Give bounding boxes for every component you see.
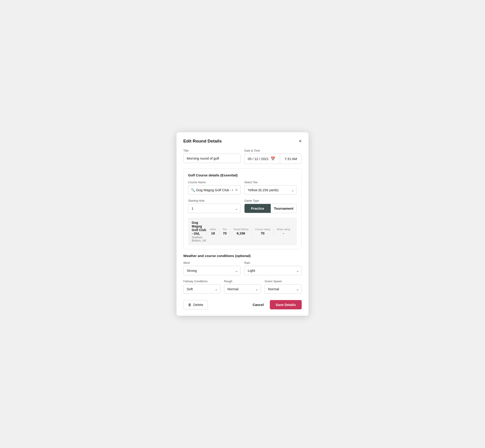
select-tee-wrapper: Yellow (6,156 yards) White Red Blue ⌄ — [244, 185, 297, 195]
course-stats: Holes 18 Par 70 Yards(Yellow) 6,156 Cour… — [206, 228, 293, 235]
title-group: Title — [183, 149, 241, 164]
wind-wrapper: NoneLightModerateStrong ⌄ — [183, 266, 241, 275]
fairway-wrapper: SoftNormalFirm ⌄ — [183, 284, 220, 294]
date-value: 05 / 12 / 2021 — [248, 157, 269, 161]
golf-course-title: Golf Course details (Essential) — [188, 173, 297, 177]
yards-stat: Yards(Yellow) 6,156 — [230, 228, 252, 235]
practice-toggle-btn[interactable]: Practice — [244, 204, 271, 213]
game-type-group: Game Type Practice Tournament — [244, 199, 297, 213]
footer-row: 🗑 Delete Cancel Save Details — [183, 299, 302, 309]
par-label: Par — [223, 228, 226, 231]
title-datetime-row: Title Date & Time 05 / 12 / 2021 📅 7:31 … — [183, 149, 302, 164]
rough-label: Rough — [224, 280, 261, 283]
weather-section: Weather and course conditions (optional)… — [183, 254, 302, 294]
select-tee-dropdown[interactable]: Yellow (6,156 yards) White Red Blue — [244, 185, 297, 195]
trash-icon: 🗑 — [188, 303, 192, 307]
datetime-group: Date & Time 05 / 12 / 2021 📅 7:31 AM — [244, 149, 302, 164]
date-time-row: 05 / 12 / 2021 📅 7:31 AM — [244, 154, 302, 164]
starting-hole-group: Starting Hole 1234 5678 910 ⌄ — [188, 199, 241, 213]
modal-header: Edit Round Details × — [183, 139, 302, 144]
starting-hole-label: Starting Hole — [188, 199, 241, 202]
golf-course-section: Golf Course details (Essential) Course N… — [183, 168, 302, 249]
course-tee-row: Course Name 🔍 ✕ Select Tee Yellow (6,156… — [188, 181, 297, 195]
wind-dropdown[interactable]: NoneLightModerateStrong — [183, 266, 241, 275]
time-part[interactable]: 7:31 AM — [280, 154, 301, 164]
wind-rain-row: Wind NoneLightModerateStrong ⌄ Rain None… — [183, 261, 302, 275]
fairway-group: Fairway Conditions SoftNormalFirm ⌄ — [183, 280, 220, 294]
modal-title: Edit Round Details — [183, 139, 222, 144]
tournament-toggle-btn[interactable]: Tournament — [271, 204, 297, 213]
slope-rating-label: Slope rating — [277, 228, 290, 231]
course-location: Shelford Bottom, UK — [192, 236, 206, 242]
fairway-dropdown[interactable]: SoftNormalFirm — [183, 284, 220, 294]
cancel-button[interactable]: Cancel — [248, 300, 268, 309]
fairway-label: Fairway Conditions — [183, 280, 220, 283]
datetime-label: Date & Time — [244, 149, 302, 152]
close-button[interactable]: × — [299, 139, 302, 144]
wind-group: Wind NoneLightModerateStrong ⌄ — [183, 261, 241, 275]
course-name-group: Course Name 🔍 ✕ — [188, 181, 241, 195]
green-speed-group: Green Speed SlowNormalFast ⌄ — [265, 280, 302, 294]
clear-course-icon[interactable]: ✕ — [235, 188, 238, 192]
wind-label: Wind — [183, 261, 241, 264]
rain-label: Rain — [244, 261, 302, 264]
select-tee-group: Select Tee Yellow (6,156 yards) White Re… — [244, 181, 297, 195]
fairway-rough-green-row: Fairway Conditions SoftNormalFirm ⌄ Roug… — [183, 280, 302, 294]
green-speed-dropdown[interactable]: SlowNormalFast — [265, 284, 302, 294]
slope-rating-stat: Slope rating - — [273, 228, 293, 235]
rain-dropdown[interactable]: NoneLightModerateHeavy — [244, 266, 302, 275]
calendar-icon: 📅 — [270, 156, 275, 161]
delete-button[interactable]: 🗑 Delete — [183, 300, 208, 309]
save-button[interactable]: Save Details — [270, 300, 302, 309]
course-name-input-wrapper: 🔍 ✕ — [188, 185, 241, 195]
rough-dropdown[interactable]: ShortNormalLong — [224, 284, 261, 294]
starting-hole-dropdown[interactable]: 1234 5678 910 — [188, 204, 241, 213]
rain-wrapper: NoneLightModerateHeavy ⌄ — [244, 266, 302, 275]
rain-group: Rain NoneLightModerateHeavy ⌄ — [244, 261, 302, 275]
yards-value: 6,156 — [233, 231, 249, 235]
edit-round-modal: Edit Round Details × Title Date & Time 0… — [177, 132, 308, 316]
rough-group: Rough ShortNormalLong ⌄ — [224, 280, 261, 294]
hole-gametype-row: Starting Hole 1234 5678 910 ⌄ Game Type … — [188, 199, 297, 213]
holes-value: 18 — [210, 231, 216, 235]
course-rating-label: Course rating — [255, 228, 270, 231]
game-type-toggle: Practice Tournament — [244, 204, 297, 213]
holes-stat: Holes 18 — [206, 228, 219, 235]
time-value: 7:31 AM — [284, 157, 297, 161]
course-rating-value: 70 — [255, 231, 270, 235]
green-speed-label: Green Speed — [265, 280, 302, 283]
starting-hole-wrapper: 1234 5678 910 ⌄ — [188, 204, 241, 213]
green-speed-wrapper: SlowNormalFast ⌄ — [265, 284, 302, 294]
course-name-input[interactable] — [188, 185, 241, 195]
course-name-display: Gog Magog Golf Club - Old, — [192, 221, 206, 235]
search-icon: 🔍 — [191, 188, 195, 192]
par-value: 70 — [223, 231, 226, 235]
select-tee-label: Select Tee — [244, 181, 297, 184]
course-name-label: Course Name — [188, 181, 241, 184]
delete-label: Delete — [193, 303, 203, 307]
footer-right: Cancel Save Details — [248, 300, 302, 309]
course-rating-stat: Course rating 70 — [252, 228, 273, 235]
course-info-box: Gog Magog Golf Club - Old, Shelford Bott… — [188, 218, 297, 245]
weather-title: Weather and course conditions (optional) — [183, 254, 302, 258]
course-info-name: Gog Magog Golf Club - Old, Shelford Bott… — [192, 221, 206, 242]
slope-rating-value: - — [277, 231, 290, 235]
date-part[interactable]: 05 / 12 / 2021 📅 — [244, 154, 280, 164]
rough-wrapper: ShortNormalLong ⌄ — [224, 284, 261, 294]
par-stat: Par 70 — [219, 228, 230, 235]
yards-label: Yards(Yellow) — [233, 228, 249, 231]
title-input[interactable] — [183, 154, 241, 163]
holes-label: Holes — [210, 228, 216, 231]
title-label: Title — [183, 149, 241, 152]
game-type-label: Game Type — [244, 199, 297, 202]
